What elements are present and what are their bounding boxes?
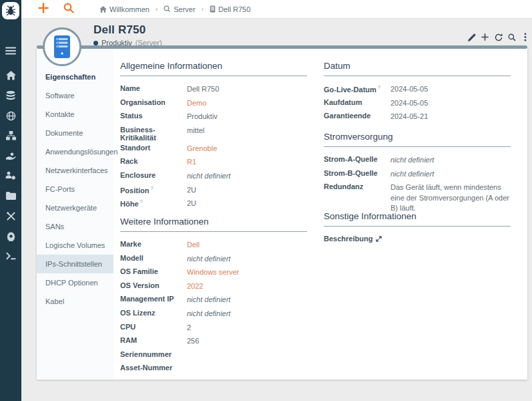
server-icon [210, 5, 216, 13]
breadcrumb: Willkommen › Server › Dell R750 [99, 5, 250, 13]
add-button[interactable] [481, 33, 489, 41]
marke-link[interactable]: Dell [187, 240, 307, 250]
more-menu-button[interactable] [521, 33, 529, 41]
plus-icon [38, 3, 49, 13]
breadcrumb-item-home[interactable]: Willkommen [99, 5, 150, 13]
field-beschreibung: Beschreibung [324, 233, 511, 247]
status-label: Produktiv [101, 39, 132, 47]
field-cpu: CPU 2 [120, 321, 307, 335]
field-management-ip: Management IP nicht definiert [120, 293, 307, 307]
tab-fc-ports[interactable]: FC-Ports [37, 180, 113, 198]
field-go-live-datum: Go-Live-Datum? 2024-05-05 [324, 82, 511, 96]
search-button[interactable] [507, 33, 516, 41]
global-search-button[interactable] [63, 3, 74, 16]
tab-logische-volumes[interactable]: Logische Volumes [37, 236, 113, 255]
section-weitere-informationen: Weitere Informationen Marke Dell Modell … [120, 217, 307, 376]
app-sidebar [0, 0, 21, 401]
breadcrumb-label: Dell R750 [218, 5, 250, 13]
app-logo[interactable] [2, 2, 19, 19]
hamburger-menu-icon[interactable] [0, 45, 21, 57]
database-icon[interactable] [0, 90, 21, 102]
tab-kabel[interactable]: Kabel [37, 292, 113, 311]
terminal-icon[interactable] [0, 250, 21, 262]
page-title: Dell R750 [93, 23, 162, 37]
field-ram: RAM 256 [120, 334, 307, 348]
standort-link[interactable]: Grenoble [187, 144, 307, 154]
field-modell: Modell nicht definiert [120, 252, 307, 266]
section-title: Sonstige Informationen [324, 211, 511, 227]
tab-anwendungsloesungen[interactable]: Anwendungslösungen [37, 142, 113, 161]
tab-kontakte[interactable]: Kontakte [37, 105, 113, 124]
sitemap-icon[interactable] [0, 130, 21, 142]
refresh-icon [495, 33, 503, 41]
organisation-link[interactable]: Demo [187, 98, 307, 108]
field-strom-a-quelle: Strom-A-Quelle nicht definiert [324, 153, 511, 167]
field-name: Name Dell R750 [120, 82, 307, 96]
tab-ips-schnittstellen[interactable]: IPs-Schnittstellen [37, 255, 113, 273]
object-class-label: (Server) [136, 39, 162, 47]
section-title: Allgemeine Informationen [120, 61, 307, 76]
field-position: Position? 2U [120, 183, 307, 197]
field-redundanz: Redundanz Das Gerät läuft, wenn mindeste… [324, 180, 511, 213]
team-settings-icon[interactable] [0, 170, 21, 182]
plus-icon [481, 33, 489, 41]
home-icon[interactable] [0, 70, 21, 82]
tooltip-hint: ? [140, 198, 143, 205]
edit-button[interactable] [467, 33, 476, 41]
refresh-button[interactable] [494, 33, 503, 41]
tab-netzwerkinterfaces[interactable]: Netzwerkinterfaces [37, 161, 113, 180]
field-asset-nummer: Asset-Nummer [120, 362, 307, 376]
record-header: Dell R750 Produktiv (Server) [93, 23, 162, 47]
breadcrumb-label: Server [174, 5, 195, 13]
section-sonstige-informationen: Sonstige Informationen Beschreibung [324, 211, 511, 247]
search-icon [63, 3, 74, 13]
breadcrumb-separator: › [199, 5, 206, 13]
create-new-button[interactable] [38, 3, 49, 16]
server-icon [53, 35, 71, 59]
section-allgemeine-informationen: Allgemeine Informationen Name Dell R750 … [120, 61, 307, 211]
gear-icon[interactable] [0, 230, 21, 242]
tab-eigenschaften[interactable]: Eigenschaften [37, 68, 113, 86]
tooltip-hint: ? [150, 185, 153, 191]
section-title: Datum [324, 61, 511, 76]
globe-icon[interactable] [0, 110, 21, 122]
folder-icon[interactable] [0, 190, 21, 202]
breadcrumb-item-server[interactable]: Server [164, 5, 195, 13]
field-standort: Standort Grenoble [120, 142, 307, 156]
home-icon [99, 6, 107, 13]
section-title: Weitere Informationen [120, 217, 307, 232]
field-os-version: OS Version 2022 [120, 279, 307, 293]
breadcrumb-label: Willkommen [109, 5, 150, 13]
rack-link[interactable]: R1 [187, 157, 307, 167]
section-title: Stromversorgung [324, 132, 511, 147]
section-datum: Datum Go-Live-Datum? 2024-05-05 Kaufdatu… [324, 61, 511, 124]
hand-service-icon[interactable] [0, 150, 21, 162]
record-actions-toolbar [467, 33, 529, 41]
top-bar: Willkommen › Server › Dell R750 [21, 0, 532, 19]
record-detail-card: Eigenschaften Software Kontakte Dokument… [37, 48, 527, 380]
field-strom-b-quelle: Strom-B-Quelle nicht definiert [324, 167, 511, 181]
tab-software[interactable]: Software [37, 86, 113, 105]
os-familie-link[interactable]: Windows server [187, 267, 307, 277]
tab-dokumente[interactable]: Dokumente [37, 124, 113, 142]
status-dot-icon [93, 41, 98, 45]
pencil-icon [468, 33, 476, 41]
field-seriennummer: Seriennummer [120, 348, 307, 362]
tab-netzwerkgeraete[interactable]: Netzwerkgeräte [37, 198, 113, 217]
os-version-link[interactable]: 2022 [187, 281, 307, 291]
search-icon [508, 33, 516, 41]
tab-dhcp-optionen[interactable]: DHCP Optionen [37, 273, 113, 292]
section-stromversorgung: Stromversorgung Strom-A-Quelle nicht def… [324, 132, 511, 213]
tooltip-hint: ? [378, 84, 380, 90]
field-garantieende: Garantieende 2024-05-21 [324, 110, 511, 124]
record-avatar [43, 27, 81, 66]
tools-icon[interactable] [0, 210, 21, 222]
breadcrumb-item-record[interactable]: Dell R750 [210, 5, 250, 13]
bug-logo-icon [5, 5, 17, 17]
expand-icon[interactable] [376, 236, 382, 242]
field-enclosure: Enclosure nicht definiert [120, 169, 307, 183]
field-kaufdatum: Kaufdatum 2024-05-05 [324, 96, 511, 110]
field-hoehe: Höhe? 2U [120, 196, 307, 211]
tab-sans[interactable]: SANs [37, 217, 113, 236]
kebab-menu-icon [524, 33, 527, 41]
